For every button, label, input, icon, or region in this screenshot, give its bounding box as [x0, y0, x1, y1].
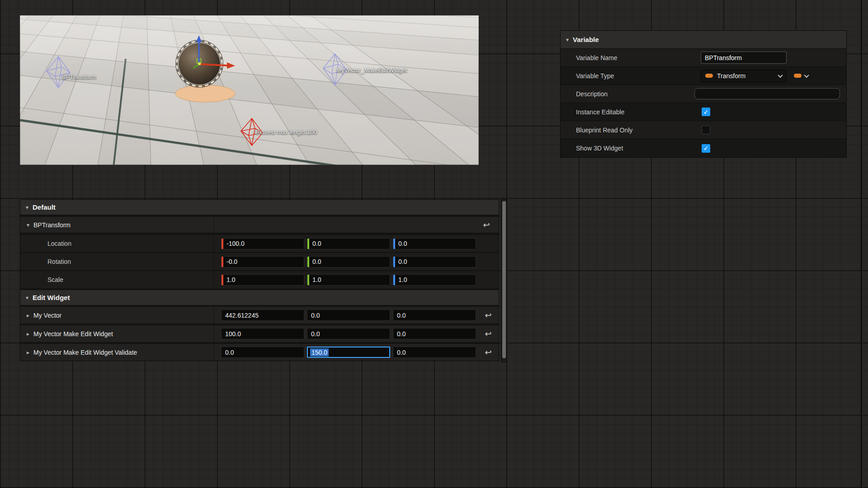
variable-name-label: Variable Name	[561, 54, 701, 61]
mvmewv-y-input-focused[interactable]: 150.0	[307, 347, 390, 358]
mvmew-y-value: 0.0	[307, 330, 320, 338]
reset-to-default-icon[interactable]: ↩	[483, 221, 490, 229]
show-3d-widget-row: Show 3D Widget ✓	[561, 139, 846, 157]
variable-type-row: Variable Type Transform	[561, 67, 846, 85]
variable-category-header[interactable]: ▾ Variable	[561, 31, 846, 49]
widget-disc	[175, 85, 235, 102]
details-scrollbar[interactable]	[501, 199, 507, 362]
mvmewv-x-value: 0.0	[222, 349, 234, 356]
bptransform-property-row: ▾ BPTransform ↩	[20, 217, 499, 233]
check-icon: ✓	[703, 145, 709, 152]
location-y-input[interactable]: 0.0	[307, 238, 390, 249]
reset-to-default-icon[interactable]: ↩	[485, 348, 491, 357]
variable-type-value: Transform	[717, 72, 745, 80]
bptransform-row-label: BPTransform	[33, 221, 71, 229]
axis-y-strip	[307, 239, 309, 249]
rotation-y-value: 0.0	[312, 258, 321, 265]
axis-x-strip	[222, 275, 223, 285]
gizmo-center-dot	[198, 62, 201, 65]
reset-to-default-icon[interactable]: ↩	[485, 330, 491, 338]
location-y-value: 0.0	[312, 240, 321, 247]
scale-x-input[interactable]: 1.0	[221, 274, 304, 286]
variable-name-input[interactable]: BPTransform	[701, 52, 787, 64]
collapse-arrow-icon: ▾	[566, 37, 569, 42]
my-vector-make-edit-widget-row: ▸ My Vector Make Edit Widget 100.0 0.0 0…	[20, 325, 499, 342]
location-z-value: 0.0	[398, 240, 407, 247]
description-input[interactable]	[694, 88, 840, 99]
rotation-y-input[interactable]: 0.0	[307, 256, 390, 267]
my-vector-z-value: 0.0	[393, 312, 406, 319]
expand-arrow-icon[interactable]: ▸	[27, 350, 29, 355]
variable-name-value: BPTransform	[705, 54, 742, 61]
scale-z-input[interactable]: 1.0	[393, 274, 476, 286]
axis-y-strip	[307, 275, 309, 285]
axis-z-strip	[393, 275, 395, 285]
rotation-z-value: 0.0	[398, 258, 407, 265]
scale-z-value: 1.0	[398, 276, 407, 283]
mvmew-y-input[interactable]: 0.0	[307, 328, 390, 339]
axis-z-strip	[393, 239, 395, 249]
scrollbar-thumb[interactable]	[502, 201, 506, 358]
mvmewv-x-input[interactable]: 0.0	[221, 347, 304, 358]
edit-widget-category-header[interactable]: ▾ Edit Widget	[20, 290, 499, 305]
viewport-preview[interactable]: BPTransform MyVector_MakeEditWidget Exce…	[20, 15, 479, 165]
instance-editable-row: Instance Editable ✓	[561, 103, 846, 121]
my-vector-x-value: 442.612245	[222, 312, 259, 319]
expand-arrow-icon[interactable]: ▾	[27, 222, 29, 228]
scale-row: Scale 1.0 1.0 1.0	[20, 271, 499, 288]
show-3d-widget-checkbox[interactable]: ✓	[702, 144, 710, 153]
viewport-3d-scene[interactable]	[20, 15, 479, 165]
check-icon: ✓	[703, 108, 709, 116]
rotation-x-input[interactable]: -0.0	[221, 256, 304, 267]
scale-label: Scale	[47, 276, 63, 283]
default-category-header[interactable]: ▾ Default	[20, 200, 499, 215]
my-vector-z-input[interactable]: 0.0	[393, 310, 476, 321]
axis-x-strip	[222, 257, 223, 267]
chevron-down-icon	[778, 72, 783, 77]
my-vector-y-input[interactable]: 0.0	[307, 310, 390, 321]
container-type-pill-icon	[794, 74, 802, 78]
rotation-x-value: -0.0	[226, 258, 237, 265]
rotation-label: Rotation	[47, 258, 71, 265]
scale-x-value: 1.0	[226, 276, 235, 283]
scale-y-input[interactable]: 1.0	[307, 274, 390, 286]
description-label: Description	[561, 90, 694, 98]
mvmewv-y-value-selected: 150.0	[310, 348, 329, 357]
my-vector-x-input[interactable]: 442.612245	[221, 310, 304, 321]
expand-arrow-icon[interactable]: ▸	[27, 331, 29, 337]
mvmew-x-value: 100.0	[222, 330, 241, 338]
blueprint-read-only-checkbox[interactable]: ✓	[702, 126, 710, 134]
mvmew-z-input[interactable]: 0.0	[393, 328, 476, 339]
show-3d-widget-label: Show 3D Widget	[561, 145, 701, 152]
location-label: Location	[47, 240, 71, 247]
expand-arrow-icon[interactable]: ▸	[27, 313, 29, 318]
location-row: Location -100.0 0.0 0.0	[20, 235, 499, 252]
variable-type-label: Variable Type	[561, 72, 701, 80]
bptransform-3d-label: BPTransform	[62, 74, 96, 80]
blueprint-read-only-label: Blueprint Read Only	[561, 127, 701, 134]
axis-y-strip	[307, 257, 309, 267]
location-x-value: -100.0	[226, 240, 245, 247]
instance-editable-checkbox[interactable]: ✓	[702, 108, 710, 116]
my-vector-label: My Vector	[33, 312, 61, 319]
transform-type-pill-icon	[705, 74, 713, 78]
defaults-panel: ▾ Default ▾ BPTransform ↩ Location -100.…	[20, 199, 499, 361]
variable-category-title: Variable	[573, 36, 599, 43]
mvmewv-z-value: 0.0	[393, 349, 406, 356]
default-category-title: Default	[33, 203, 56, 211]
mvmewv-z-input[interactable]: 0.0	[393, 347, 476, 358]
rotation-z-input[interactable]: 0.0	[393, 256, 476, 267]
my-vector-make-edit-widget-validate-row: ▸ My Vector Make Edit Widget Validate 0.…	[20, 344, 499, 361]
my-vector-make-edit-widget-validate-label: My Vector Make Edit Widget Validate	[33, 349, 137, 356]
location-z-input[interactable]: 0.0	[393, 238, 476, 249]
container-type-dropdown[interactable]	[794, 74, 808, 78]
exceed-max-length-label: Exceed max length:100	[255, 129, 317, 136]
reset-to-default-icon[interactable]: ↩	[485, 311, 491, 319]
location-x-input[interactable]: -100.0	[221, 238, 304, 249]
axis-z-strip	[393, 257, 395, 267]
variable-type-dropdown[interactable]: Transform	[701, 70, 787, 82]
mvmew-x-input[interactable]: 100.0	[221, 328, 304, 339]
description-row: Description	[561, 85, 846, 103]
my-vector-y-value: 0.0	[307, 312, 320, 319]
my-vector-make-edit-widget-label: My Vector Make Edit Widget	[33, 330, 113, 338]
